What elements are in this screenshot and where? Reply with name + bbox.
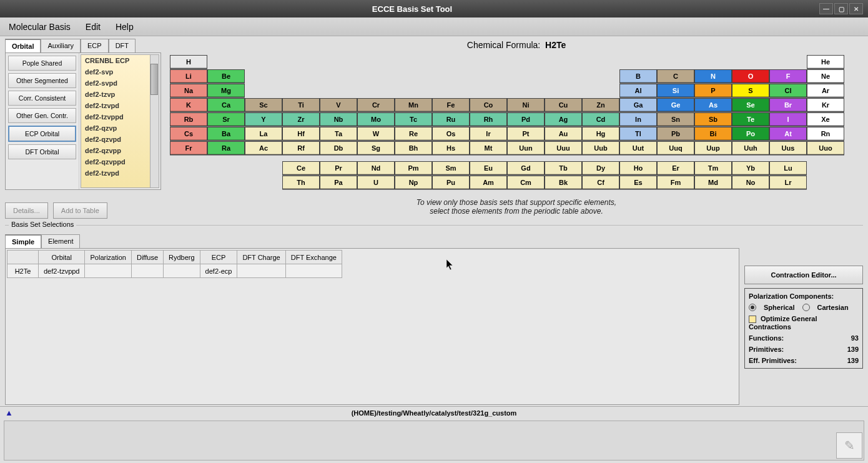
element-Zn[interactable]: Zn (582, 98, 619, 112)
element-Se[interactable]: Se (732, 98, 769, 112)
scrollbar[interactable] (150, 55, 159, 187)
element-Ba[interactable]: Ba (207, 127, 245, 141)
element-Xe[interactable]: Xe (807, 112, 844, 126)
element-B[interactable]: B (619, 69, 657, 83)
basis-item[interactable]: def2-qzvpd (81, 134, 159, 145)
element-W[interactable]: W (357, 127, 395, 141)
element-Ge[interactable]: Ge (657, 98, 694, 112)
element-Sc[interactable]: Sc (245, 98, 282, 112)
element-Ta[interactable]: Ta (320, 127, 357, 141)
element-Dy[interactable]: Dy (582, 161, 619, 175)
basis-item[interactable]: def2-svp (81, 66, 159, 77)
element-Ra[interactable]: Ra (207, 141, 245, 155)
element-Ni[interactable]: Ni (507, 98, 545, 112)
tab-ecp[interactable]: ECP (81, 39, 109, 52)
element-Ru[interactable]: Ru (432, 112, 470, 126)
element-Rn[interactable]: Rn (807, 127, 844, 141)
element-Cf[interactable]: Cf (582, 176, 619, 189)
element-Bk[interactable]: Bk (545, 176, 582, 189)
element-Cm[interactable]: Cm (507, 176, 545, 189)
element-Md[interactable]: Md (694, 176, 732, 189)
row-ecp[interactable]: def2-ecp (200, 264, 237, 278)
element-Os[interactable]: Os (432, 127, 470, 141)
element-V[interactable]: V (320, 98, 357, 112)
element-Np[interactable]: Np (395, 176, 432, 189)
element-Pm[interactable]: Pm (395, 161, 432, 175)
element-Mt[interactable]: Mt (470, 141, 507, 155)
category-other-gen-contr-[interactable]: Other Gen. Contr. (8, 108, 76, 123)
element-Pt[interactable]: Pt (507, 127, 545, 141)
element-Hs[interactable]: Hs (432, 141, 470, 155)
tab-orbital[interactable]: Orbital (5, 39, 41, 52)
element-Cd[interactable]: Cd (582, 112, 619, 126)
element-Eu[interactable]: Eu (470, 161, 507, 175)
element-Ac[interactable]: Ac (245, 141, 282, 155)
element-Tl[interactable]: Tl (619, 127, 657, 141)
element-At[interactable]: At (769, 127, 807, 141)
element-Uub[interactable]: Uub (582, 141, 619, 155)
element-Ca[interactable]: Ca (207, 98, 245, 112)
element-Fr[interactable]: Fr (170, 141, 207, 155)
element-Be[interactable]: Be (207, 69, 245, 83)
element-Nb[interactable]: Nb (320, 112, 357, 126)
element-Sn[interactable]: Sn (657, 112, 694, 126)
element-Sm[interactable]: Sm (432, 161, 470, 175)
element-Uun[interactable]: Uun (507, 141, 545, 155)
element-F[interactable]: F (769, 69, 807, 83)
element-He[interactable]: He (807, 55, 844, 69)
element-Rb[interactable]: Rb (170, 112, 207, 126)
element-Pa[interactable]: Pa (320, 176, 357, 189)
row-dftexchange[interactable] (285, 264, 342, 278)
element-Cu[interactable]: Cu (545, 98, 582, 112)
element-Th[interactable]: Th (282, 176, 320, 189)
element-Al[interactable]: Al (619, 84, 657, 97)
element-Mn[interactable]: Mn (395, 98, 432, 112)
element-Bi[interactable]: Bi (694, 127, 732, 141)
element-Zr[interactable]: Zr (282, 112, 320, 126)
element-Lu[interactable]: Lu (769, 161, 807, 175)
element-Ir[interactable]: Ir (470, 127, 507, 141)
element-No[interactable]: No (732, 176, 769, 189)
tab-simple[interactable]: Simple (5, 234, 41, 248)
element-H[interactable]: H (170, 55, 207, 69)
element-Si[interactable]: Si (657, 84, 694, 97)
basis-item[interactable]: def2-tzvpd (81, 167, 159, 179)
element-Ar[interactable]: Ar (807, 84, 844, 97)
element-U[interactable]: U (357, 176, 395, 189)
element-Sg[interactable]: Sg (357, 141, 395, 155)
element-Uup[interactable]: Uup (694, 141, 732, 155)
element-Pb[interactable]: Pb (657, 127, 694, 141)
category-ecp-orbital[interactable]: ECP Orbital (8, 126, 76, 142)
row-rydberg[interactable] (164, 264, 200, 278)
element-Rf[interactable]: Rf (282, 141, 320, 155)
element-Ti[interactable]: Ti (282, 98, 320, 112)
element-Ne[interactable]: Ne (807, 69, 844, 83)
menu-molecular-basis[interactable]: Molecular Basis (5, 19, 74, 34)
table-row[interactable]: H2Te def2-tzvppd def2-ecp (7, 264, 342, 278)
maximize-button[interactable]: ▢ (834, 3, 848, 14)
element-Bh[interactable]: Bh (395, 141, 432, 155)
element-Uuq[interactable]: Uuq (657, 141, 694, 155)
element-Y[interactable]: Y (245, 112, 282, 126)
minimize-button[interactable]: — (819, 3, 833, 14)
element-Mo[interactable]: Mo (357, 112, 395, 126)
row-polarization[interactable] (85, 264, 131, 278)
tab-dft[interactable]: DFT (109, 39, 136, 52)
element-Ho[interactable]: Ho (619, 161, 657, 175)
menu-edit[interactable]: Edit (82, 19, 104, 34)
element-Mg[interactable]: Mg (207, 84, 245, 97)
element-Db[interactable]: Db (320, 141, 357, 155)
row-dftcharge[interactable] (237, 264, 285, 278)
checkbox-optimize[interactable] (749, 316, 756, 323)
element-Ag[interactable]: Ag (545, 112, 582, 126)
element-Yb[interactable]: Yb (732, 161, 769, 175)
element-Re[interactable]: Re (395, 127, 432, 141)
tab-element[interactable]: Element (41, 234, 80, 248)
element-Fm[interactable]: Fm (657, 176, 694, 189)
element-As[interactable]: As (694, 98, 732, 112)
element-Sr[interactable]: Sr (207, 112, 245, 126)
category-pople-shared[interactable]: Pople Shared (8, 56, 76, 71)
category-dft-orbital[interactable]: DFT Orbital (8, 144, 76, 159)
element-Lr[interactable]: Lr (769, 176, 807, 189)
element-Po[interactable]: Po (732, 127, 769, 141)
